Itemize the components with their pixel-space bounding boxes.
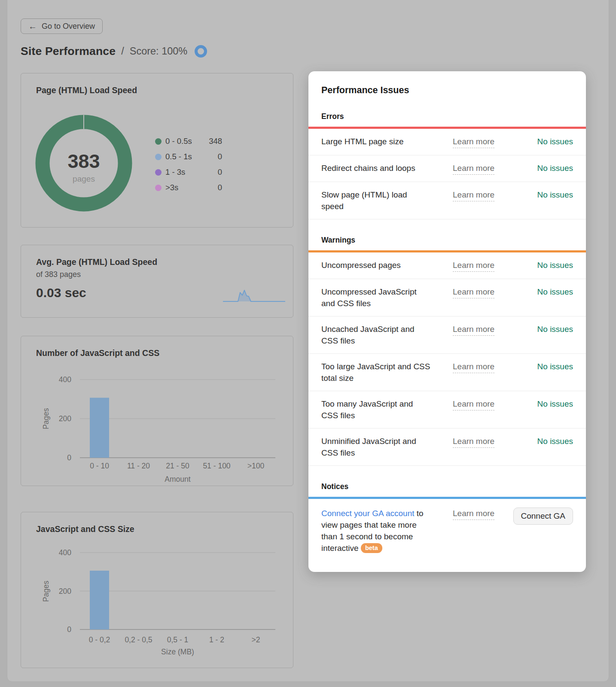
learn-more-link[interactable]: Learn more [453, 398, 494, 410]
js-css-count-chart: 02004000 - 1011 - 2021 - 5051 - 100>100A… [21, 336, 293, 486]
bar [90, 571, 109, 629]
issue-status: No issues [537, 259, 573, 271]
page-load-speed-card: Page (HTML) Load Speed 383 pages 0 - 0.5… [21, 73, 293, 228]
back-button-label: Go to Overview [42, 22, 95, 31]
issue-label: Uncached JavaScript and CSS files [321, 323, 440, 347]
issue-status: No issues [537, 136, 573, 147]
beta-badge: beta [361, 543, 382, 553]
legend-label: 1 - 3s [165, 167, 185, 177]
y-axis-label: Pages [42, 581, 50, 602]
issue-status: No issues [537, 435, 573, 447]
issue-row: Too many JavaScript and CSS files Learn … [308, 391, 586, 429]
legend-item: 1 - 3s 0 [155, 164, 222, 180]
legend-value: 0 [218, 167, 222, 177]
avg-load-speed-value: 0.03 sec [36, 286, 86, 300]
x-tick-label: >100 [247, 462, 265, 470]
learn-more-link[interactable]: Learn more [453, 162, 494, 175]
issue-row: Slow page (HTML) load speed Learn more N… [308, 182, 586, 219]
legend-dot [155, 185, 162, 191]
legend-item: 0.5 - 1s 0 [155, 149, 222, 164]
avg-load-speed-card: Avg. Page (HTML) Load Speed of 383 pages… [21, 245, 293, 318]
donut-center: 383 pages [35, 152, 132, 184]
legend-dot [155, 154, 162, 160]
issue-row: Uncompressed pages Learn more No issues [308, 252, 586, 279]
x-tick-label: 11 - 20 [127, 462, 150, 470]
section-errors: Errors [321, 112, 573, 121]
issue-label: Redirect chains and loops [321, 162, 440, 174]
issue-label: Too large JavaScript and CSS total size [321, 361, 440, 384]
donut-legend: 0 - 0.5s 348 0.5 - 1s 0 1 - 3s 0 >3s 0 [155, 134, 222, 195]
x-tick-label: >2 [252, 635, 260, 644]
y-tick-label: 400 [59, 375, 71, 384]
y-axis-label: Pages [42, 408, 50, 429]
spark-fill [223, 290, 285, 301]
y-tick-label: 200 [59, 414, 71, 423]
score-label: Score: 100% [130, 46, 188, 57]
issue-label: Large HTML page size [321, 136, 440, 147]
issue-row: Too large JavaScript and CSS total size … [308, 354, 586, 391]
issue-row: Uncompressed JavaScript and CSS files Le… [308, 279, 586, 316]
issue-status: No issues [537, 162, 573, 174]
issue-status: No issues [537, 398, 573, 410]
legend-item: >3s 0 [155, 180, 222, 195]
issue-row: Large HTML page size Learn more No issue… [308, 129, 586, 155]
issue-row: Unminified JavaScript and CSS files Lear… [308, 429, 586, 466]
learn-more-link[interactable]: Learn more [453, 189, 494, 201]
bar [90, 398, 109, 458]
issue-label: Slow page (HTML) load speed [321, 189, 440, 212]
go-to-overview-button[interactable]: ← Go to Overview [21, 18, 103, 34]
section-notices: Notices [321, 482, 573, 491]
connect-ga-link[interactable]: Connect your GA account [321, 509, 415, 518]
issue-row: Redirect chains and loops Learn more No … [308, 155, 586, 182]
legend-value: 0 [218, 152, 222, 161]
y-tick-label: 200 [59, 587, 71, 596]
y-tick-label: 400 [59, 548, 71, 557]
issue-status: No issues [537, 189, 573, 201]
learn-more-link[interactable]: Learn more [453, 259, 494, 272]
learn-more-link[interactable]: Learn more [453, 136, 494, 148]
load-speed-sparkline [223, 287, 285, 304]
x-tick-label: 1 - 2 [209, 635, 224, 644]
learn-more-link[interactable]: Learn more [453, 286, 494, 298]
connect-ga-button[interactable]: Connect GA [513, 508, 573, 525]
issue-status: No issues [537, 323, 573, 335]
x-tick-label: 0 - 0,2 [89, 635, 110, 644]
donut-total-label: pages [35, 174, 132, 184]
legend-value: 348 [209, 137, 222, 146]
legend-label: 0.5 - 1s [165, 152, 192, 161]
learn-more-link[interactable]: Learn more [453, 508, 494, 520]
js-css-count-card: Number of JavaScript and CSS 02004000 - … [21, 336, 293, 486]
section-warnings: Warnings [321, 236, 573, 245]
panel-title: Performance Issues [321, 85, 573, 96]
x-axis-label: Amount [165, 475, 190, 483]
x-tick-label: 0 - 10 [90, 462, 109, 470]
learn-more-link[interactable]: Learn more [453, 435, 494, 448]
legend-value: 0 [218, 183, 222, 192]
card-title: Page (HTML) Load Speed [36, 85, 137, 95]
score-ring-icon [195, 45, 207, 58]
issue-label: Uncompressed pages [321, 259, 440, 271]
legend-label: 0 - 0.5s [165, 137, 192, 146]
legend-dot [155, 138, 162, 145]
x-tick-label: 0,5 - 1 [167, 635, 189, 644]
x-tick-label: 51 - 100 [203, 462, 230, 470]
donut-total-pages: 383 [35, 152, 132, 171]
back-arrow-icon: ← [28, 22, 37, 30]
card-title: Avg. Page (HTML) Load Speed [36, 257, 157, 267]
card-subtitle: of 383 pages [36, 270, 81, 279]
x-axis-label: Size (MB) [161, 647, 194, 656]
score-separator: / [121, 46, 124, 57]
learn-more-link[interactable]: Learn more [453, 323, 494, 336]
legend-dot [155, 169, 162, 176]
performance-issues-panel: Performance Issues Errors Large HTML pag… [308, 71, 586, 572]
learn-more-link[interactable]: Learn more [453, 361, 494, 373]
y-tick-label: 0 [67, 453, 71, 462]
notice-row: Connect your GA account to view pages th… [308, 499, 586, 561]
x-tick-label: 21 - 50 [166, 462, 189, 470]
issue-label: Uncompressed JavaScript and CSS files [321, 286, 440, 309]
page-title: Site Performance [21, 45, 116, 58]
js-css-size-card: JavaScript and CSS Size 02004000 - 0,20,… [21, 512, 293, 668]
legend-item: 0 - 0.5s 348 [155, 134, 222, 149]
issue-status: No issues [537, 286, 573, 298]
issue-label: Too many JavaScript and CSS files [321, 398, 440, 421]
